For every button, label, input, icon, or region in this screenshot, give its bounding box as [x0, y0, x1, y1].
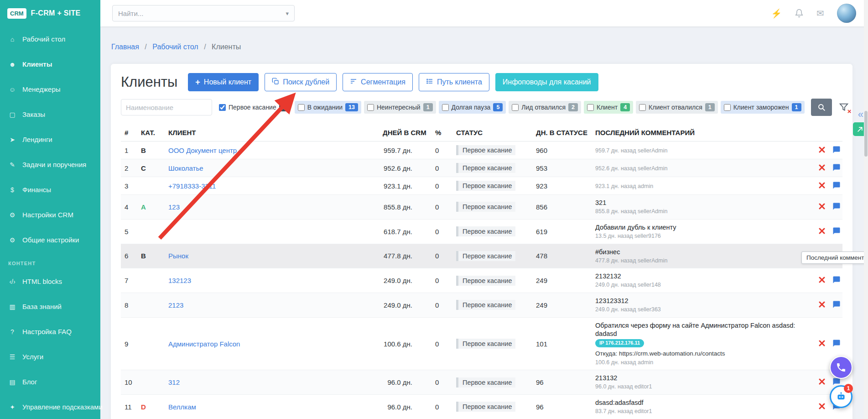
- status-filter-checkbox[interactable]: [639, 104, 646, 111]
- scrollbar-thumb[interactable]: [864, 111, 868, 157]
- bell-icon[interactable]: [795, 9, 804, 18]
- delete-icon[interactable]: [819, 403, 825, 411]
- delete-icon[interactable]: [819, 378, 825, 386]
- delete-icon[interactable]: [819, 340, 825, 348]
- client-name-link[interactable]: Администратор Falcon: [168, 340, 240, 348]
- delete-icon[interactable]: [819, 301, 825, 309]
- mail-icon[interactable]: ✉: [816, 8, 824, 19]
- button-label: Путь клиента: [437, 78, 482, 86]
- app-brand[interactable]: CRM F-CRM + SITE: [0, 0, 100, 26]
- phone-icon: [836, 362, 847, 373]
- sidebar-item-managers[interactable]: ☺ Менеджеры: [0, 77, 100, 102]
- status-label: Первое касание: [456, 181, 515, 191]
- delete-icon[interactable]: [819, 228, 825, 236]
- sidebar-item-finance[interactable]: $ Финансы: [0, 177, 100, 202]
- segmentation-button[interactable]: Сегментация: [343, 73, 413, 91]
- clients-table-body: 1 B ООО Документ центр 959.7 дн. 0 Перво…: [121, 141, 842, 419]
- days-in-crm: 96.0 дн.: [379, 370, 431, 395]
- comment-bubble-icon[interactable]: [832, 300, 841, 310]
- status-filters: Первое касание 2 В ожидании 13 Неинтерес…: [216, 101, 805, 114]
- chat-unread-badge: 1: [844, 384, 853, 393]
- sidebar-item-general-settings[interactable]: ⚙ Общие настройки: [0, 227, 100, 252]
- chat-bot-button[interactable]: 1: [830, 385, 852, 408]
- comment-bubble-icon[interactable]: [832, 181, 841, 191]
- client-name-link[interactable]: 312: [168, 378, 180, 386]
- flash-icon[interactable]: ⚡: [771, 8, 782, 19]
- status-count-badge: 2: [279, 103, 289, 111]
- table-row: 5 618.7 дн. 0 Первое касание 619 Добавил…: [121, 219, 842, 244]
- comment-bubble-icon[interactable]: [832, 163, 841, 173]
- client-path-button[interactable]: Путь клиента: [419, 73, 489, 91]
- status-filter-checkbox[interactable]: [587, 104, 594, 111]
- client-name-link[interactable]: 132123: [168, 277, 191, 284]
- sidebar-item-services[interactable]: ☰ Услуги: [0, 344, 100, 369]
- client-name-link[interactable]: 123: [168, 203, 180, 211]
- status-filter-checkbox[interactable]: [512, 104, 519, 111]
- sidebar-item-label: Блог: [22, 378, 37, 386]
- status-filter-chip[interactable]: Долгая пауза 5: [439, 101, 506, 114]
- comment-bubble-icon[interactable]: [832, 202, 841, 212]
- delete-icon[interactable]: [819, 182, 825, 190]
- comment-bubble-icon[interactable]: [832, 146, 841, 155]
- clear-filters-x-icon: ×: [847, 108, 852, 115]
- percent-value: 0: [431, 195, 452, 220]
- sidebar-item-desktop[interactable]: ⌂ Рабочий стол: [0, 26, 100, 52]
- crm-settings-icon: ⚙: [8, 211, 16, 219]
- status-filter-checkbox[interactable]: [367, 104, 374, 111]
- status-filter-chip[interactable]: Клиент отвалился 1: [636, 101, 718, 114]
- client-name-link[interactable]: +7918333-3311: [168, 182, 216, 190]
- comment-text: Обратился через форму на сайте Администр…: [595, 321, 805, 338]
- collapse-panel-icon[interactable]: «: [858, 110, 863, 120]
- status-filter-checkbox[interactable]: [724, 104, 731, 111]
- global-search-select[interactable]: Найти... ▾: [112, 5, 295, 21]
- delete-icon[interactable]: [819, 147, 825, 154]
- comment-bubble-icon[interactable]: [832, 276, 841, 285]
- sidebar-item-knowledge-base[interactable]: ▥ База знаний: [0, 294, 100, 319]
- client-name-link[interactable]: Шоколатье: [168, 164, 203, 172]
- scrollbar[interactable]: [864, 0, 868, 419]
- comment-bubble-icon[interactable]: [832, 227, 841, 236]
- apply-filters-button[interactable]: [811, 99, 832, 116]
- find-duplicates-button[interactable]: Поиск дублей: [265, 73, 337, 91]
- client-name-filter-input[interactable]: [121, 99, 212, 115]
- category-label: B: [141, 147, 146, 154]
- status-filter-chip[interactable]: Клиент заморожен 1: [721, 101, 805, 114]
- sidebar-item-clients[interactable]: ☻ Клиенты: [0, 52, 100, 77]
- status-filter-label: Клиент заморожен: [733, 104, 789, 111]
- client-name-link[interactable]: Веллкам: [168, 403, 196, 411]
- comment-meta: 855.8 дн. назад sellerAdmin: [595, 208, 805, 215]
- status-filter-chip[interactable]: Клиент 4: [584, 101, 633, 114]
- status-filter-checkbox[interactable]: [442, 104, 449, 111]
- status-filter-checkbox[interactable]: [298, 104, 305, 111]
- clear-filters-icon[interactable]: ×: [836, 99, 852, 115]
- comment-bubble-icon[interactable]: [832, 339, 841, 349]
- client-name-link[interactable]: Рынок: [168, 252, 188, 260]
- row-number: 10: [121, 370, 137, 395]
- sidebar-item-blog[interactable]: ▤ Блог: [0, 369, 100, 394]
- info-touch-button[interactable]: Инфоповоды для касаний: [495, 73, 598, 91]
- delete-icon[interactable]: [819, 164, 825, 172]
- sidebar-item-faq[interactable]: ? Настройка FAQ: [0, 319, 100, 344]
- delete-icon[interactable]: [819, 277, 825, 284]
- breadcrumb-desktop[interactable]: Рабочий стол: [152, 43, 198, 51]
- days-in-crm: 100.6 дн.: [379, 317, 431, 370]
- status-filter-chip[interactable]: В ожидании 13: [295, 101, 361, 114]
- sidebar-item-html-blocks[interactable]: ‹/› HTML blocks: [0, 269, 100, 294]
- status-filter-chip[interactable]: Неинтересный 1: [364, 101, 436, 114]
- client-name-link[interactable]: 2123: [168, 301, 183, 309]
- breadcrumb-home[interactable]: Главная: [111, 43, 139, 51]
- sidebar-item-hints[interactable]: ✦ Управление подсказками: [0, 394, 100, 419]
- sidebar-item-crm-settings[interactable]: ⚙ Настройки CRM: [0, 202, 100, 227]
- status-filter-checkbox[interactable]: [219, 104, 226, 111]
- viber-call-button[interactable]: [830, 356, 852, 379]
- sidebar-item-tasks[interactable]: ✎ Задачи и поручения: [0, 152, 100, 177]
- sidebar-item-landings[interactable]: ➤ Лендинги: [0, 127, 100, 152]
- new-client-button[interactable]: + Новый клиент: [188, 73, 259, 91]
- table-row: 9 Администратор Falcon 100.6 дн. 0 Перво…: [121, 317, 842, 370]
- status-filter-chip[interactable]: Первое касание 2: [216, 101, 292, 114]
- user-avatar[interactable]: [837, 4, 856, 23]
- delete-icon[interactable]: [819, 203, 825, 211]
- client-name-link[interactable]: ООО Документ центр: [168, 147, 237, 154]
- status-filter-chip[interactable]: Лид отвалился 2: [509, 101, 581, 114]
- sidebar-item-orders[interactable]: ▢ Заказы: [0, 102, 100, 127]
